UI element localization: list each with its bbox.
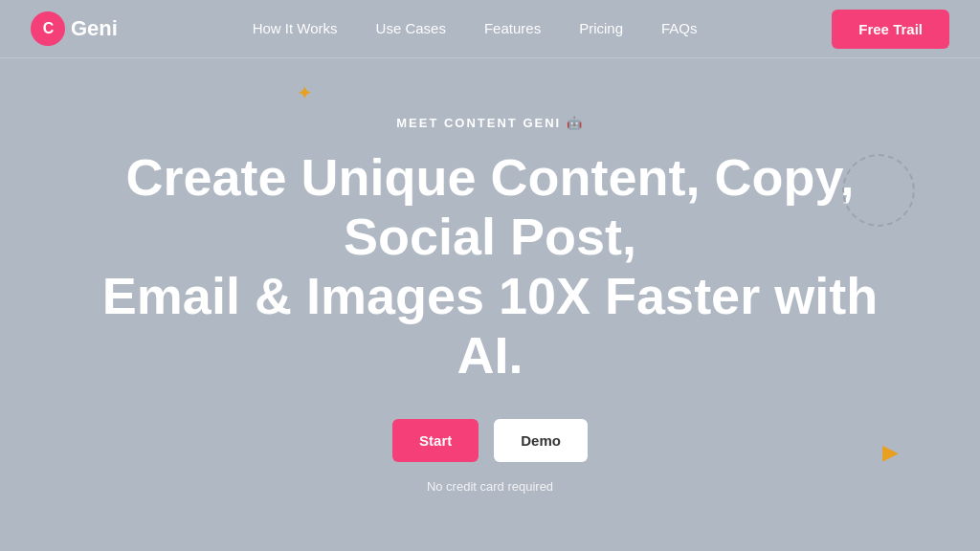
free-trail-button[interactable]: Free Trail bbox=[832, 10, 949, 49]
navbar: C Geni How It Works Use Cases Features P… bbox=[0, 0, 980, 58]
meet-label: MEET CONTENT GENI 🤖 bbox=[396, 116, 584, 130]
nav-link-pricing[interactable]: Pricing bbox=[579, 20, 623, 36]
hero-section: ✦ ▶ MEET CONTENT GENI 🤖 Create Unique Co… bbox=[0, 58, 980, 551]
logo-icon: C bbox=[31, 11, 65, 46]
nav-link-how-it-works[interactable]: How It Works bbox=[253, 20, 338, 36]
star-decoration-icon: ✦ bbox=[297, 81, 313, 104]
nav-link-faqs[interactable]: FAQs bbox=[661, 20, 698, 36]
logo[interactable]: C Geni bbox=[31, 11, 118, 46]
nav-link-use-cases[interactable]: Use Cases bbox=[376, 20, 446, 36]
start-button[interactable]: Start bbox=[392, 419, 479, 462]
hero-buttons: Start Demo bbox=[392, 419, 588, 462]
play-decoration-icon: ▶ bbox=[882, 440, 899, 465]
no-credit-card-text: No credit card required bbox=[427, 479, 553, 494]
hero-title-line1: Create Unique Content, Copy, Social Post… bbox=[125, 148, 854, 265]
demo-button[interactable]: Demo bbox=[494, 419, 588, 462]
hero-title-line2: Email & Images 10X Faster with AI. bbox=[102, 267, 878, 384]
circle-decoration bbox=[842, 154, 915, 227]
nav-links: How It Works Use Cases Features Pricing … bbox=[253, 20, 698, 37]
hero-title: Create Unique Content, Copy, Social Post… bbox=[98, 147, 882, 385]
nav-link-features[interactable]: Features bbox=[484, 20, 541, 36]
logo-text: Geni bbox=[71, 16, 118, 41]
